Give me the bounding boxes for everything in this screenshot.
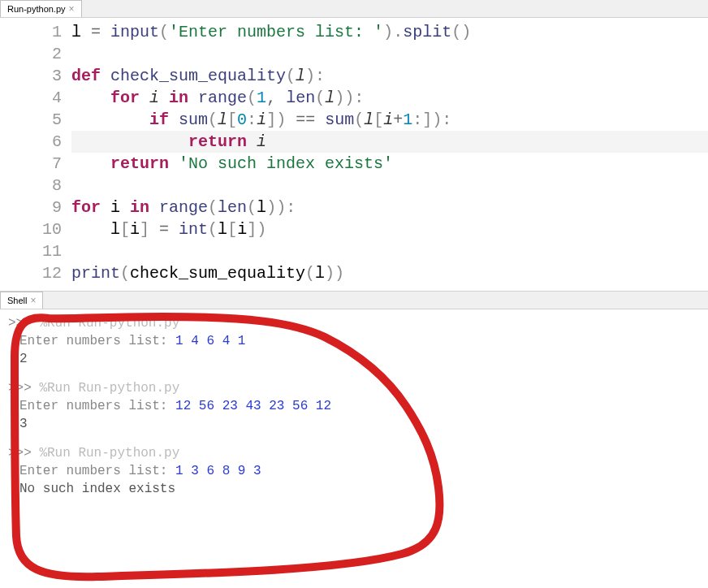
- line-number: 12: [0, 262, 62, 284]
- code-area[interactable]: l = input('Enter numbers list: ').split(…: [71, 21, 708, 284]
- shell-result: No such index exists: [8, 480, 700, 498]
- shell-run-block: >>> %Run Run-python.pyEnter numbers list…: [8, 444, 700, 498]
- line-number: 5: [0, 109, 62, 131]
- shell-result: 2: [8, 350, 700, 368]
- shell-input-prompt: Enter numbers list:: [19, 464, 175, 478]
- line-number: 6: [0, 131, 62, 153]
- line-number-gutter: 123456789101112: [0, 21, 71, 284]
- shell-output-area[interactable]: >>> %Run Run-python.pyEnter numbers list…: [0, 309, 708, 517]
- close-icon[interactable]: ×: [30, 295, 36, 306]
- line-number: 9: [0, 197, 62, 218]
- code-line[interactable]: if sum(l[0:i]) == sum(l[i+1:]):: [71, 109, 708, 131]
- shell-command: %Run Run-python.py: [39, 446, 179, 460]
- code-line[interactable]: for i in range(len(l)):: [71, 197, 708, 218]
- code-line[interactable]: l[i] = int(l[i]): [71, 218, 708, 240]
- line-number: 3: [0, 65, 62, 87]
- shell-run-block: >>> %Run Run-python.pyEnter numbers list…: [8, 314, 700, 368]
- code-line[interactable]: [71, 175, 708, 197]
- line-number: 2: [0, 43, 62, 65]
- shell-prompt: >>>: [8, 381, 39, 396]
- close-icon[interactable]: ×: [69, 3, 75, 15]
- shell-command: %Run Run-python.py: [39, 381, 179, 396]
- line-number: 1: [0, 21, 62, 43]
- editor-tab-label: Run-python.py: [7, 4, 66, 14]
- code-line[interactable]: [71, 240, 708, 262]
- code-line[interactable]: def check_sum_equality(l):: [71, 65, 708, 87]
- shell-user-input: 1 4 6 4 1: [175, 334, 245, 348]
- code-editor[interactable]: 123456789101112 l = input('Enter numbers…: [0, 18, 708, 284]
- code-line[interactable]: l = input('Enter numbers list: ').split(…: [71, 21, 708, 43]
- shell-result: 3: [8, 415, 700, 433]
- code-line[interactable]: return 'No such index exists': [71, 153, 708, 175]
- shell-user-input: 1 3 6 8 9 3: [175, 464, 261, 478]
- code-line[interactable]: return i: [71, 131, 708, 153]
- shell-user-input: 12 56 23 43 23 56 12: [175, 399, 331, 413]
- shell-input-prompt: Enter numbers list:: [19, 399, 175, 413]
- code-line[interactable]: for i in range(1, len(l)):: [71, 87, 708, 109]
- line-number: 10: [0, 218, 62, 240]
- shell-command: %Run Run-python.py: [39, 316, 179, 331]
- shell-prompt: >>>: [8, 446, 39, 460]
- shell-input-prompt: Enter numbers list:: [19, 334, 175, 348]
- code-line[interactable]: print(check_sum_equality(l)): [71, 262, 708, 284]
- line-number: 8: [0, 175, 62, 197]
- shell-tab[interactable]: Shell ×: [0, 292, 43, 309]
- shell-tab-label: Shell: [7, 296, 27, 305]
- editor-tab-bar: Run-python.py ×: [0, 0, 708, 18]
- line-number: 11: [0, 240, 62, 262]
- editor-tab[interactable]: Run-python.py ×: [0, 0, 82, 17]
- shell-run-block: >>> %Run Run-python.pyEnter numbers list…: [8, 379, 700, 433]
- shell-prompt: >>>: [8, 316, 39, 331]
- line-number: 4: [0, 87, 62, 109]
- shell-tab-bar: Shell ×: [0, 292, 708, 309]
- shell-panel: Shell × >>> %Run Run-python.pyEnter numb…: [0, 291, 708, 517]
- code-line[interactable]: [71, 43, 708, 65]
- line-number: 7: [0, 153, 62, 175]
